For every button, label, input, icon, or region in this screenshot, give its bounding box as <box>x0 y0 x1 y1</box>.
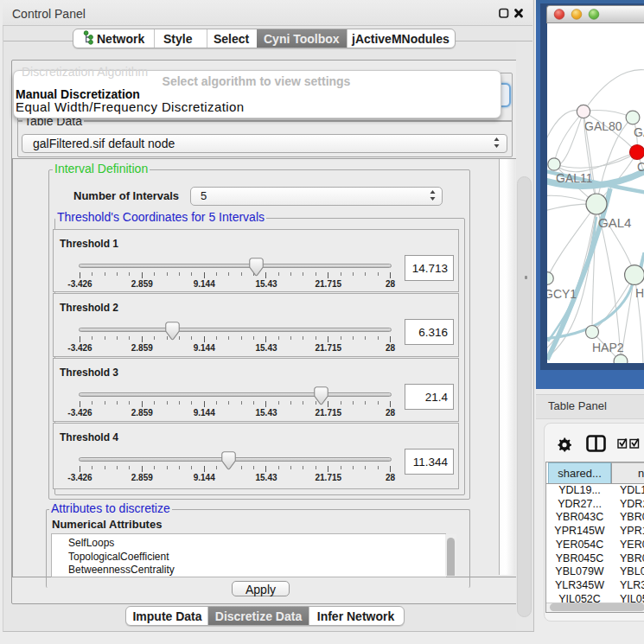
svg-text:HAP2: HAP2 <box>592 341 624 354</box>
svg-text:GAL80: GAL80 <box>584 119 622 133</box>
svg-text:GAL11: GAL11 <box>556 171 593 185</box>
svg-text:GA: GA <box>634 125 644 139</box>
svg-text:GAL4: GAL4 <box>598 215 631 230</box>
svg-text:GCY1: GCY1 <box>547 287 577 301</box>
svg-text:H: H <box>635 286 644 300</box>
svg-text:C: C <box>637 160 644 174</box>
